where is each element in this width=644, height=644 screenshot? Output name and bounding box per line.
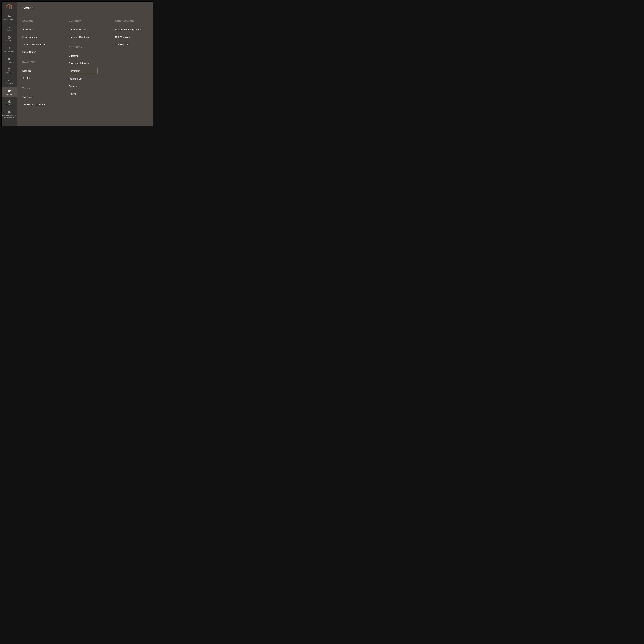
sidebar-item-label: MARKETING: [4, 61, 14, 63]
dollar-icon: [7, 25, 11, 29]
sidebar-item-content[interactable]: CONTENT: [2, 65, 17, 76]
menu-link-reward-exchange-rates[interactable]: Reward Exchange Rates: [115, 28, 153, 31]
sidebar-item-label: STORES: [6, 93, 13, 95]
stores-flyout-panel: Stores Settings All Stores Configuration…: [17, 2, 153, 126]
group-title: Taxes: [22, 87, 61, 90]
flyout-title: Stores: [22, 6, 153, 10]
sidebar-item-stores[interactable]: STORES: [2, 87, 17, 97]
menu-link-attr-rating[interactable]: Rating: [69, 92, 107, 95]
menu-link-gift-registry[interactable]: Gift Registry: [115, 43, 153, 46]
menu-link-tax-rules[interactable]: Tax Rules: [22, 96, 61, 99]
sidebar-item-label: FIND PARTNERS & EXTENSIONS: [2, 115, 17, 118]
menu-link-attr-product[interactable]: Product: [69, 68, 98, 74]
sidebar-item-partners[interactable]: FIND PARTNERS & EXTENSIONS: [2, 108, 17, 120]
sidebar-item-customers[interactable]: CUSTOMERS: [2, 44, 17, 55]
menu-link-all-stores[interactable]: All Stores: [22, 28, 61, 31]
group-inventory: Inventory Sources Stocks: [22, 60, 61, 80]
gear-icon: [7, 100, 11, 104]
group-currency: Currency Currency Rates Currency Symbols: [69, 19, 107, 39]
menu-link-currency-symbols[interactable]: Currency Symbols: [69, 36, 107, 39]
group-title: Inventory: [22, 60, 61, 63]
gauge-icon: [7, 14, 11, 18]
flyout-column-3: Other Settings Reward Exchange Rates Gif…: [115, 19, 153, 113]
layout-icon: [7, 68, 11, 71]
menu-link-tax-zones-and-rates[interactable]: Tax Zones and Rates: [22, 103, 61, 106]
menu-link-sources[interactable]: Sources: [22, 69, 61, 72]
puzzle-icon: [7, 110, 11, 114]
magento-logo-icon: [6, 4, 12, 10]
sidebar-item-label: CONTENT: [5, 72, 13, 74]
sidebar-item-label: SYSTEM: [5, 104, 13, 106]
sidebar-item-marketing[interactable]: MARKETING: [2, 55, 17, 65]
sidebar-item-dashboard[interactable]: DASHBOARD: [2, 12, 17, 23]
menu-link-terms-and-conditions[interactable]: Terms and Conditions: [22, 43, 61, 46]
flyout-columns: Settings All Stores Configuration Terms …: [22, 19, 153, 113]
menu-link-currency-rates[interactable]: Currency Rates: [69, 28, 107, 31]
group-settings: Settings All Stores Configuration Terms …: [22, 19, 61, 53]
sidebar-item-label: CATALOG: [5, 40, 13, 42]
menu-link-attr-attribute-set[interactable]: Attribute Set: [69, 77, 107, 80]
menu-link-configuration[interactable]: Configuration: [22, 36, 61, 39]
sidebar-item-label: DASHBOARD: [4, 19, 15, 20]
sidebar-item-label: SALES: [6, 29, 12, 31]
group-title: Currency: [69, 19, 107, 22]
group-title: Settings: [22, 19, 61, 22]
flyout-column-1: Settings All Stores Configuration Terms …: [22, 19, 61, 113]
person-icon: [7, 46, 11, 50]
sidebar-item-label: CUSTOMERS: [4, 51, 15, 52]
app-frame: DASHBOARD SALES CATALOG CUSTOMERS: [1, 1, 153, 126]
sidebar-item-catalog[interactable]: CATALOG: [2, 33, 17, 44]
flyout-column-2: Currency Currency Rates Currency Symbols…: [69, 19, 107, 113]
group-title: Other Settings: [115, 19, 153, 22]
menu-link-order-status[interactable]: Order Status: [22, 51, 61, 53]
storefront-icon: [7, 89, 11, 93]
sidebar-item-system[interactable]: SYSTEM: [2, 97, 17, 108]
close-icon: [152, 7, 153, 10]
group-title: Attributes: [69, 45, 107, 49]
menu-link-stocks[interactable]: Stocks: [22, 77, 61, 80]
menu-link-attr-customer[interactable]: Customer: [69, 54, 107, 57]
sidebar-item-reports[interactable]: REPORTS: [2, 76, 17, 87]
sidebar-item-label: REPORTS: [5, 83, 13, 84]
logo-cell[interactable]: [2, 2, 17, 12]
group-other-settings: Other Settings Reward Exchange Rates Gif…: [115, 19, 153, 46]
megaphone-icon: [7, 57, 11, 61]
close-button[interactable]: [152, 6, 153, 10]
admin-sidebar: DASHBOARD SALES CATALOG CUSTOMERS: [2, 2, 17, 126]
menu-link-gift-wrapping[interactable]: Gift Wrapping: [115, 36, 153, 39]
sidebar-item-sales[interactable]: SALES: [2, 23, 17, 33]
box-icon: [7, 36, 11, 39]
menu-link-attr-customer-address[interactable]: Customer Address: [69, 62, 107, 65]
group-attributes: Attributes Customer Customer Address Pro…: [69, 45, 107, 95]
menu-link-attr-returns[interactable]: Returns: [69, 85, 107, 88]
bar-chart-icon: [7, 78, 11, 82]
group-taxes: Taxes Tax Rules Tax Zones and Rates: [22, 87, 61, 106]
